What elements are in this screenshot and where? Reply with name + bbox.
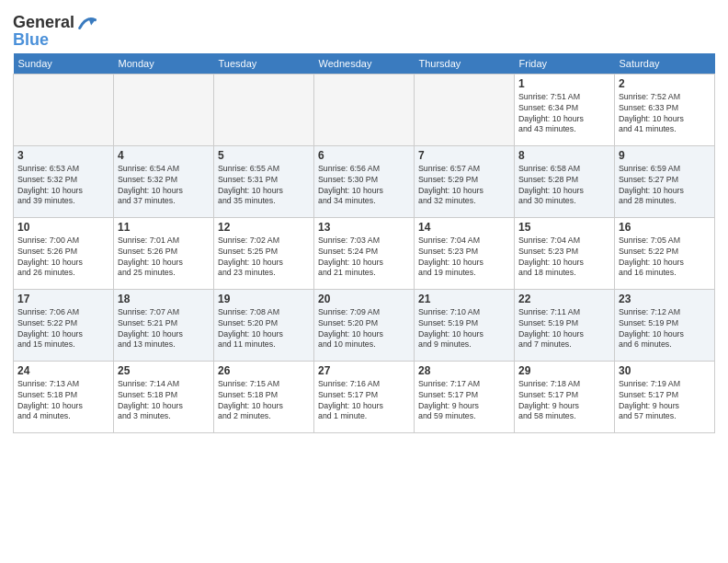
cell-info: Sunrise: 7:01 AM Sunset: 5:26 PM Dayligh… — [118, 236, 210, 280]
calendar-cell — [114, 74, 214, 145]
cell-info: Sunrise: 6:55 AM Sunset: 5:31 PM Dayligh… — [218, 164, 310, 208]
page-container: General Blue SundayMondayTuesdayWednesda… — [0, 0, 728, 439]
day-number: 13 — [318, 221, 410, 234]
weekday-sunday: Sunday — [14, 53, 114, 75]
calendar-cell: 14Sunrise: 7:04 AM Sunset: 5:23 PM Dayli… — [415, 217, 515, 289]
cell-info: Sunrise: 7:12 AM Sunset: 5:19 PM Dayligh… — [619, 307, 711, 351]
cell-info: Sunrise: 7:13 AM Sunset: 5:18 PM Dayligh… — [17, 379, 109, 423]
calendar-cell: 3Sunrise: 6:53 AM Sunset: 5:32 PM Daylig… — [14, 145, 114, 217]
calendar-cell: 26Sunrise: 7:15 AM Sunset: 5:18 PM Dayli… — [214, 361, 314, 432]
day-number: 24 — [17, 364, 109, 377]
cell-info: Sunrise: 7:09 AM Sunset: 5:20 PM Dayligh… — [318, 307, 410, 351]
day-number: 27 — [318, 364, 410, 377]
day-number: 9 — [619, 149, 711, 162]
day-number: 20 — [318, 293, 410, 305]
cell-info: Sunrise: 7:15 AM Sunset: 5:18 PM Dayligh… — [218, 379, 310, 423]
cell-info: Sunrise: 6:53 AM Sunset: 5:32 PM Dayligh… — [17, 164, 109, 208]
cell-info: Sunrise: 7:17 AM Sunset: 5:17 PM Dayligh… — [418, 379, 510, 423]
calendar-cell: 16Sunrise: 7:05 AM Sunset: 5:22 PM Dayli… — [615, 217, 715, 289]
calendar-cell: 17Sunrise: 7:06 AM Sunset: 5:22 PM Dayli… — [14, 289, 114, 361]
weekday-header-row: SundayMondayTuesdayWednesdayThursdayFrid… — [14, 53, 715, 75]
cell-info: Sunrise: 7:04 AM Sunset: 5:23 PM Dayligh… — [518, 236, 610, 280]
cell-info: Sunrise: 7:04 AM Sunset: 5:23 PM Dayligh… — [418, 236, 510, 280]
day-number: 26 — [218, 364, 310, 377]
day-number: 8 — [518, 149, 610, 162]
cell-info: Sunrise: 7:05 AM Sunset: 5:22 PM Dayligh… — [619, 236, 711, 280]
logo: General Blue — [13, 13, 97, 50]
cell-info: Sunrise: 7:18 AM Sunset: 5:17 PM Dayligh… — [518, 379, 610, 423]
calendar-cell: 22Sunrise: 7:11 AM Sunset: 5:19 PM Dayli… — [515, 289, 615, 361]
calendar-cell: 25Sunrise: 7:14 AM Sunset: 5:18 PM Dayli… — [114, 361, 214, 432]
cell-info: Sunrise: 6:56 AM Sunset: 5:30 PM Dayligh… — [318, 164, 410, 208]
weekday-saturday: Saturday — [615, 53, 715, 75]
calendar-cell: 21Sunrise: 7:10 AM Sunset: 5:19 PM Dayli… — [415, 289, 515, 361]
calendar-cell: 6Sunrise: 6:56 AM Sunset: 5:30 PM Daylig… — [314, 145, 415, 217]
weekday-monday: Monday — [114, 53, 214, 75]
calendar-cell: 10Sunrise: 7:00 AM Sunset: 5:26 PM Dayli… — [14, 217, 114, 289]
calendar-cell: 20Sunrise: 7:09 AM Sunset: 5:20 PM Dayli… — [314, 289, 415, 361]
cell-info: Sunrise: 7:11 AM Sunset: 5:19 PM Dayligh… — [518, 307, 610, 351]
day-number: 10 — [17, 221, 109, 234]
day-number: 7 — [418, 149, 510, 162]
day-number: 16 — [619, 221, 711, 234]
calendar-cell: 29Sunrise: 7:18 AM Sunset: 5:17 PM Dayli… — [515, 361, 615, 432]
cell-info: Sunrise: 7:06 AM Sunset: 5:22 PM Dayligh… — [17, 307, 109, 351]
day-number: 15 — [518, 221, 610, 234]
calendar-table: SundayMondayTuesdayWednesdayThursdayFrid… — [13, 53, 715, 433]
logo-text: General — [13, 14, 74, 32]
cell-info: Sunrise: 7:14 AM Sunset: 5:18 PM Dayligh… — [118, 379, 210, 423]
day-number: 12 — [218, 221, 310, 234]
logo-icon — [76, 13, 97, 33]
day-number: 4 — [118, 149, 210, 162]
calendar-cell: 23Sunrise: 7:12 AM Sunset: 5:19 PM Dayli… — [615, 289, 715, 361]
calendar-row-5: 24Sunrise: 7:13 AM Sunset: 5:18 PM Dayli… — [14, 361, 715, 432]
calendar-cell: 28Sunrise: 7:17 AM Sunset: 5:17 PM Dayli… — [415, 361, 515, 432]
cell-info: Sunrise: 7:51 AM Sunset: 6:34 PM Dayligh… — [518, 92, 610, 136]
calendar-cell: 1Sunrise: 7:51 AM Sunset: 6:34 PM Daylig… — [515, 74, 615, 145]
calendar-cell: 12Sunrise: 7:02 AM Sunset: 5:25 PM Dayli… — [214, 217, 314, 289]
calendar-cell: 8Sunrise: 6:58 AM Sunset: 5:28 PM Daylig… — [515, 145, 615, 217]
day-number: 17 — [17, 293, 109, 305]
calendar-row-4: 17Sunrise: 7:06 AM Sunset: 5:22 PM Dayli… — [14, 289, 715, 361]
calendar-cell: 18Sunrise: 7:07 AM Sunset: 5:21 PM Dayli… — [114, 289, 214, 361]
day-number: 25 — [118, 364, 210, 377]
calendar-cell: 27Sunrise: 7:16 AM Sunset: 5:17 PM Dayli… — [314, 361, 415, 432]
day-number: 22 — [518, 293, 610, 305]
calendar-cell: 15Sunrise: 7:04 AM Sunset: 5:23 PM Dayli… — [515, 217, 615, 289]
calendar-cell — [214, 74, 314, 145]
cell-info: Sunrise: 7:00 AM Sunset: 5:26 PM Dayligh… — [17, 236, 109, 280]
cell-info: Sunrise: 7:07 AM Sunset: 5:21 PM Dayligh… — [118, 307, 210, 351]
weekday-wednesday: Wednesday — [314, 53, 415, 75]
weekday-thursday: Thursday — [415, 53, 515, 75]
cell-info: Sunrise: 7:19 AM Sunset: 5:17 PM Dayligh… — [619, 379, 711, 423]
day-number: 18 — [118, 293, 210, 305]
calendar-cell: 19Sunrise: 7:08 AM Sunset: 5:20 PM Dayli… — [214, 289, 314, 361]
calendar-cell: 5Sunrise: 6:55 AM Sunset: 5:31 PM Daylig… — [214, 145, 314, 217]
calendar-cell: 9Sunrise: 6:59 AM Sunset: 5:27 PM Daylig… — [615, 145, 715, 217]
calendar-cell — [314, 74, 415, 145]
day-number: 2 — [619, 77, 711, 90]
calendar-cell: 24Sunrise: 7:13 AM Sunset: 5:18 PM Dayli… — [14, 361, 114, 432]
cell-info: Sunrise: 7:16 AM Sunset: 5:17 PM Dayligh… — [318, 379, 410, 423]
calendar-cell: 2Sunrise: 7:52 AM Sunset: 6:33 PM Daylig… — [615, 74, 715, 145]
cell-info: Sunrise: 7:08 AM Sunset: 5:20 PM Dayligh… — [218, 307, 310, 351]
day-number: 30 — [619, 364, 711, 377]
calendar-cell: 4Sunrise: 6:54 AM Sunset: 5:32 PM Daylig… — [114, 145, 214, 217]
cell-info: Sunrise: 6:57 AM Sunset: 5:29 PM Dayligh… — [418, 164, 510, 208]
header: General Blue — [13, 9, 715, 50]
day-number: 3 — [17, 149, 109, 162]
weekday-tuesday: Tuesday — [214, 53, 314, 75]
calendar-cell — [415, 74, 515, 145]
day-number: 14 — [418, 221, 510, 234]
day-number: 5 — [218, 149, 310, 162]
cell-info: Sunrise: 7:10 AM Sunset: 5:19 PM Dayligh… — [418, 307, 510, 351]
day-number: 11 — [118, 221, 210, 234]
weekday-friday: Friday — [515, 53, 615, 75]
day-number: 1 — [518, 77, 610, 90]
calendar-cell: 11Sunrise: 7:01 AM Sunset: 5:26 PM Dayli… — [114, 217, 214, 289]
calendar-cell — [14, 74, 114, 145]
day-number: 29 — [518, 364, 610, 377]
cell-info: Sunrise: 7:03 AM Sunset: 5:24 PM Dayligh… — [318, 236, 410, 280]
calendar-cell: 7Sunrise: 6:57 AM Sunset: 5:29 PM Daylig… — [415, 145, 515, 217]
calendar-row-3: 10Sunrise: 7:00 AM Sunset: 5:26 PM Dayli… — [14, 217, 715, 289]
